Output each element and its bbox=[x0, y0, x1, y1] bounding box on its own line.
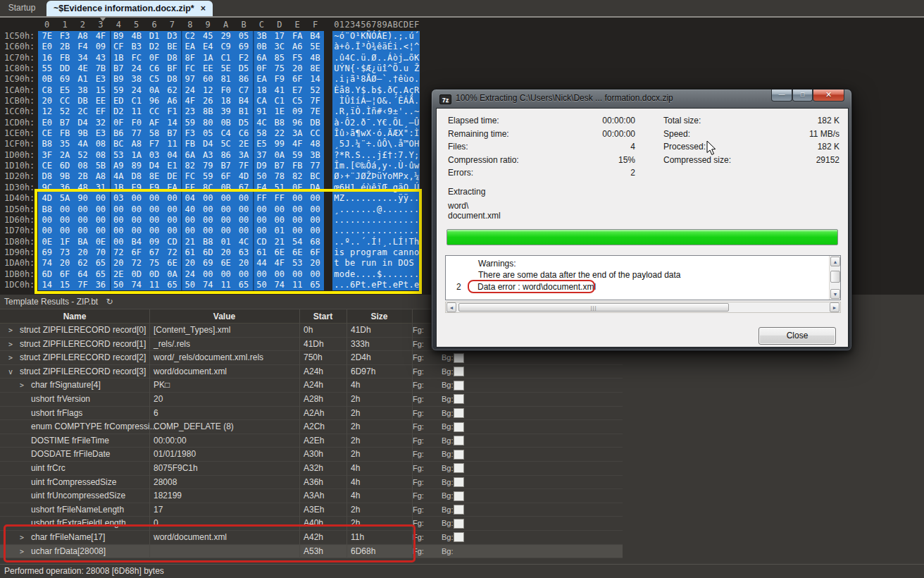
hex-byte[interactable]: 60 bbox=[199, 74, 217, 85]
hex-byte[interactable]: 23 bbox=[181, 106, 199, 117]
hex-byte-group[interactable]: 55DD4E7BB724C6BFFCEE5ED50F75208E bbox=[38, 63, 324, 74]
hex-byte[interactable]: 2B bbox=[56, 42, 73, 52]
hex-byte[interactable]: 86 bbox=[235, 74, 252, 85]
table-row[interactable]: ushort frVersion20A28h2hFg:Bg: bbox=[0, 393, 623, 407]
expand-icon[interactable]: > bbox=[7, 324, 14, 337]
hex-row[interactable]: 1D60h:00000000000000000000000000000000..… bbox=[0, 215, 420, 226]
hex-byte[interactable]: 16 bbox=[38, 53, 56, 63]
bg-color-swatch[interactable] bbox=[454, 519, 464, 529]
hex-byte-group[interactable]: 9C3648311BE9F9EAEF8C0B67E4510EDA bbox=[38, 183, 324, 193]
hex-byte[interactable]: 72 bbox=[127, 258, 145, 269]
bg-color-swatch[interactable] bbox=[454, 505, 464, 515]
hex-byte[interactable]: C1 bbox=[270, 96, 288, 106]
hex-byte[interactable]: 5E bbox=[306, 42, 324, 52]
column-header-size[interactable]: Size bbox=[346, 309, 412, 324]
hex-byte[interactable]: 00 bbox=[127, 215, 145, 226]
hex-byte[interactable]: EF bbox=[92, 106, 109, 117]
hex-byte[interactable]: B8 bbox=[199, 237, 217, 247]
hex-byte[interactable]: CE bbox=[38, 128, 56, 139]
hex-byte[interactable]: 00 bbox=[270, 269, 288, 280]
hex-byte[interactable]: 37 bbox=[253, 150, 270, 161]
hex-byte[interactable]: 41 bbox=[270, 85, 288, 96]
hex-byte[interactable]: 3B bbox=[253, 31, 270, 42]
hex-byte[interactable]: 08 bbox=[92, 139, 109, 149]
hex-byte[interactable]: 26 bbox=[199, 96, 217, 106]
hex-byte[interactable]: 80 bbox=[199, 118, 217, 128]
hex-byte[interactable]: 20 bbox=[74, 247, 92, 258]
hex-byte[interactable]: 04 bbox=[181, 193, 199, 204]
hex-byte[interactable]: EE bbox=[199, 63, 217, 74]
hex-byte-group[interactable]: 12522CEFD211CCF1238B39B1911E097E bbox=[38, 106, 324, 117]
bg-color-swatch[interactable] bbox=[454, 450, 464, 460]
hex-byte[interactable]: 00 bbox=[306, 269, 324, 280]
hex-byte-group[interactable]: 3F2A5208531A03046AA3863A370A593B bbox=[38, 150, 324, 161]
bg-color-swatch[interactable] bbox=[454, 463, 464, 473]
expand-icon[interactable]: > bbox=[7, 351, 14, 364]
hex-byte[interactable]: 4A bbox=[74, 139, 92, 149]
hex-byte[interactable]: 70 bbox=[92, 247, 109, 258]
table-row[interactable]: ushort frExtraFieldLength0A40h2hFg:Bg: bbox=[0, 517, 623, 531]
hex-byte[interactable]: 00 bbox=[74, 215, 92, 226]
hex-byte[interactable]: 00 bbox=[181, 226, 199, 236]
table-row[interactable]: DOSDATE frFileDate01/01/1980A30h2hFg:Bg: bbox=[0, 448, 623, 462]
hex-byte[interactable]: 24 bbox=[181, 85, 199, 96]
hex-byte[interactable]: 00 bbox=[306, 226, 324, 236]
hex-byte[interactable]: 38 bbox=[74, 85, 92, 96]
hex-byte[interactable]: FB bbox=[56, 128, 73, 139]
hex-byte[interactable]: 7B bbox=[92, 63, 109, 74]
hex-byte[interactable]: 00 bbox=[270, 215, 288, 226]
hex-byte[interactable]: 2A bbox=[56, 150, 73, 161]
table-row[interactable]: enum COMPTYPE frCompressi...COMP_DEFLATE… bbox=[0, 420, 623, 434]
hex-byte[interactable]: 04 bbox=[163, 150, 181, 161]
dialog-titlebar[interactable]: 7z100% Extracting C:\Users\Nick\Desk ...… bbox=[432, 90, 851, 108]
hex-byte[interactable]: 50 bbox=[253, 280, 270, 290]
hex-byte[interactable]: C7 bbox=[235, 85, 252, 96]
hex-byte[interactable]: 4F bbox=[288, 139, 306, 149]
scroll-up-icon[interactable]: ▲ bbox=[830, 257, 840, 266]
hex-row[interactable]: 1D00h:3F2A5208531A03046AA3863A370A593B?*… bbox=[0, 150, 420, 161]
hex-byte[interactable]: FF bbox=[270, 193, 288, 204]
hex-byte-group[interactable]: D89B2BA84AD88EDEFC596F4D507882BC bbox=[38, 171, 324, 182]
tab-startup[interactable]: Startup bbox=[0, 0, 44, 16]
hex-byte-group[interactable]: B8354A08BCA8F711FBD45C2EE5994F48 bbox=[38, 139, 324, 149]
hex-byte[interactable]: 15 bbox=[92, 85, 109, 96]
hex-byte[interactable]: 6E bbox=[288, 247, 306, 258]
hex-byte[interactable]: 12 bbox=[199, 85, 217, 96]
hex-row[interactable]: 1D90h:69732070726F6772616D2063616E6E6Fis… bbox=[0, 247, 420, 258]
hex-byte[interactable]: 64 bbox=[74, 269, 92, 280]
hex-byte[interactable]: 3C bbox=[270, 42, 288, 52]
hex-byte[interactable]: BC bbox=[110, 139, 127, 149]
hex-byte[interactable]: C6 bbox=[145, 63, 163, 74]
hex-byte[interactable]: 1B bbox=[110, 53, 127, 63]
hex-byte[interactable]: 20 bbox=[181, 258, 199, 269]
hex-byte-group[interactable]: 16FB34431BFC0FD88F1AC1F26A85F54B bbox=[38, 53, 324, 63]
hex-byte[interactable]: D4 bbox=[145, 161, 163, 171]
hex-byte[interactable]: B8 bbox=[38, 139, 56, 149]
hex-byte[interactable]: 89 bbox=[127, 161, 145, 171]
hex-byte[interactable]: 00 bbox=[199, 269, 217, 280]
scroll-right-icon[interactable]: ► bbox=[830, 302, 839, 312]
hex-byte[interactable]: 6F bbox=[56, 269, 73, 280]
hex-byte[interactable]: 3F bbox=[38, 150, 56, 161]
hex-byte[interactable]: 00 bbox=[217, 226, 235, 236]
hex-byte[interactable]: 08 bbox=[74, 161, 92, 171]
hex-byte[interactable]: AF bbox=[145, 118, 163, 128]
scroll-down-icon[interactable]: ▼ bbox=[830, 289, 840, 299]
hex-byte[interactable]: 4A bbox=[110, 171, 127, 182]
hex-byte[interactable]: 00 bbox=[56, 226, 73, 236]
hex-byte[interactable]: 20 bbox=[110, 258, 127, 269]
hex-byte[interactable]: E1 bbox=[163, 161, 181, 171]
hex-byte[interactable]: 0F bbox=[110, 118, 127, 128]
hex-row[interactable]: 1CE0h:CEFB9BE3B67758B7F305C4C658223ACCÎû… bbox=[0, 128, 420, 139]
hex-byte-group[interactable]: E02BF409CFB3D2BEEAE4C9690B3CA65E bbox=[38, 42, 324, 52]
hex-byte[interactable]: 2C bbox=[74, 106, 92, 117]
hex-byte[interactable]: C5 bbox=[288, 96, 306, 106]
hex-byte[interactable]: 20 bbox=[56, 258, 73, 269]
warnings-listbox[interactable]: Warnings: There are some data after the … bbox=[445, 255, 841, 300]
hex-byte[interactable]: 00 bbox=[235, 226, 252, 236]
hex-byte[interactable]: 18 bbox=[253, 85, 270, 96]
hex-byte[interactable]: 72 bbox=[110, 247, 127, 258]
tab-close-icon[interactable]: × bbox=[201, 4, 206, 13]
hex-byte[interactable]: 0F bbox=[145, 53, 163, 63]
hex-byte[interactable]: 4B bbox=[306, 53, 324, 63]
